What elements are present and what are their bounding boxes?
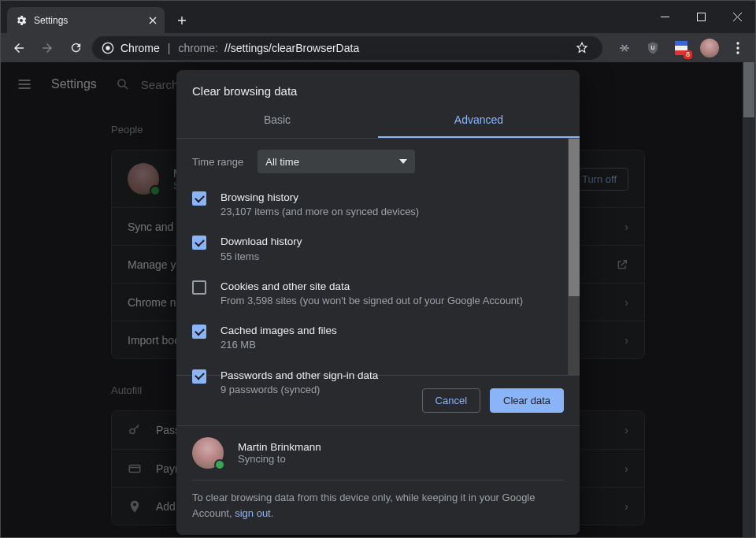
time-range-select[interactable]: All time (258, 150, 415, 173)
search-icon (116, 77, 130, 91)
clear-item-sub: 9 passwords (synced) (220, 383, 378, 397)
checkbox[interactable] (192, 191, 206, 206)
chevron-right-icon: › (624, 334, 628, 347)
omnibox-scheme: chrome: (178, 42, 218, 54)
clear-item-label: Download history (220, 235, 302, 249)
chevron-right-icon: › (624, 296, 628, 309)
bookmark-star-icon[interactable] (571, 37, 593, 59)
clear-browsing-data-dialog: Clear browsing data Basic Advanced Time … (176, 70, 580, 535)
clear-item-sub: 55 items (220, 250, 302, 264)
svg-rect-0 (697, 13, 705, 21)
extension-icon-ublock[interactable]: U (642, 37, 664, 59)
clear-item-row: Cached images and files216 MB (192, 316, 564, 360)
browser-toolbar: Chrome | chrome://settings/clearBrowserD… (1, 33, 755, 62)
clear-item-label: Browsing history (220, 191, 419, 205)
sign-out-link[interactable]: sign out (235, 507, 271, 519)
new-tab-button[interactable] (171, 9, 193, 32)
back-button[interactable] (7, 36, 31, 60)
clear-item-label: Cached images and files (220, 324, 337, 338)
page-title: Settings (51, 77, 97, 91)
close-tab-icon[interactable] (149, 17, 157, 24)
omnibox-title: Chrome (120, 42, 160, 54)
clear-item-sub: 216 MB (220, 338, 337, 352)
dropdown-arrow-icon (399, 159, 407, 164)
tab-title: Settings (34, 15, 68, 26)
svg-point-8 (736, 46, 739, 49)
browser-menu-button[interactable] (727, 37, 749, 59)
svg-point-7 (736, 42, 739, 44)
scrollbar-thumb[interactable] (743, 62, 754, 117)
hamburger-icon[interactable] (17, 76, 32, 92)
time-range-value: All time (265, 156, 299, 168)
footer-user-status: Syncing to (238, 453, 321, 465)
clear-item-label: Passwords and other sign-in data (220, 369, 378, 383)
footer-note: To clear browsing data from this device … (192, 490, 564, 521)
page-scrollbar[interactable] (743, 62, 755, 537)
profile-avatar-button[interactable] (699, 37, 721, 59)
address-bar[interactable]: Chrome | chrome://settings/clearBrowserD… (92, 36, 602, 60)
dialog-scrollbar-thumb[interactable] (569, 139, 580, 296)
chevron-right-icon: › (624, 500, 628, 513)
svg-point-10 (118, 80, 125, 87)
window-titlebar: Settings (1, 1, 755, 33)
svg-point-11 (130, 429, 135, 434)
clear-item-row: Browsing history23,107 items (and more o… (192, 183, 564, 227)
tab-basic[interactable]: Basic (176, 101, 378, 138)
svg-point-9 (736, 51, 739, 54)
clear-item-sub: 23,107 items (and more on synced devices… (220, 205, 419, 219)
checkbox[interactable] (192, 369, 206, 384)
avatar-icon (128, 163, 159, 195)
open-external-icon (616, 258, 628, 271)
forward-button[interactable] (35, 36, 59, 60)
dialog-title: Clear browsing data (176, 70, 580, 101)
checkbox[interactable] (192, 325, 206, 339)
svg-rect-5 (675, 46, 687, 50)
location-icon (128, 499, 142, 514)
chrome-icon (102, 42, 114, 54)
window-minimize-button[interactable] (647, 5, 683, 30)
svg-rect-12 (129, 465, 140, 472)
window-controls (647, 1, 755, 33)
extension-badge: 8 (684, 50, 692, 59)
footer-user-name: Martin Brinkmann (238, 441, 321, 453)
chevron-right-icon: › (624, 424, 628, 436)
checkbox[interactable] (192, 280, 206, 295)
clear-item-row: Passwords and other sign-in data9 passwo… (192, 361, 564, 405)
browser-tab-settings[interactable]: Settings (7, 7, 165, 33)
extension-icon-flag[interactable]: 8 (670, 37, 692, 59)
extension-icon-1[interactable] (613, 37, 636, 59)
clear-item-row: Cookies and other site dataFrom 3,598 si… (192, 272, 564, 316)
svg-point-2 (106, 46, 109, 50)
dialog-scrollbar[interactable] (568, 139, 580, 375)
avatar-icon (700, 39, 719, 58)
window-close-button[interactable] (719, 5, 755, 30)
svg-text:U: U (651, 45, 655, 50)
time-range-label: Time range (192, 156, 243, 168)
avatar-icon (192, 437, 224, 469)
clear-item-sub: From 3,598 sites (you won't be signed ou… (220, 294, 523, 308)
card-icon (128, 462, 142, 476)
clear-item-label: Cookies and other site data (220, 280, 523, 294)
reload-button[interactable] (64, 36, 87, 60)
key-icon (128, 423, 142, 437)
chevron-right-icon: › (624, 462, 628, 475)
clear-item-row: Download history55 items (192, 227, 564, 271)
svg-rect-4 (675, 41, 687, 46)
settings-search[interactable]: Search (116, 77, 179, 91)
chevron-right-icon: › (624, 221, 628, 233)
omnibox-path: //settings/clearBrowserData (224, 42, 359, 54)
tab-advanced[interactable]: Advanced (378, 101, 580, 138)
checkbox[interactable] (192, 236, 206, 250)
gear-icon (15, 14, 28, 27)
window-maximize-button[interactable] (683, 5, 719, 30)
